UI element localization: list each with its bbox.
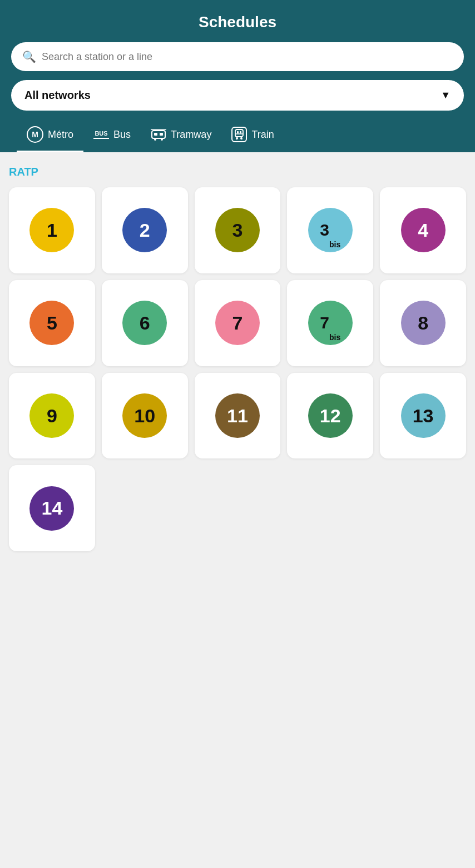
network-label: All networks: [24, 89, 91, 102]
chevron-down-icon: ▼: [441, 89, 451, 101]
line-card-9[interactable]: 9: [9, 373, 95, 459]
search-input[interactable]: [42, 51, 453, 63]
line-card-2[interactable]: 2: [102, 187, 188, 273]
header: Schedules 🔍 All networks ▼ M Métro BUS B…: [0, 0, 475, 152]
line-card-7[interactable]: 7: [195, 280, 281, 366]
line-circle-8: 8: [401, 301, 446, 345]
svg-point-4: [154, 138, 156, 141]
svg-rect-8: [240, 131, 241, 133]
lines-grid: 1233bis45677bis891011121314: [9, 187, 466, 551]
line-circle-9: 9: [29, 393, 74, 438]
line-circle-2: 2: [122, 208, 167, 252]
tab-tramway-label: Tramway: [171, 129, 211, 141]
page-title: Schedules: [11, 13, 464, 31]
line-card-7bis[interactable]: 7bis: [287, 280, 373, 366]
tab-tramway[interactable]: Tramway: [141, 119, 221, 152]
line-card-11[interactable]: 11: [195, 373, 281, 459]
metro-icon: M: [27, 126, 43, 143]
line-circle-4: 4: [401, 208, 446, 252]
transport-tabs: M Métro BUS Bus Tramway: [11, 111, 464, 152]
tab-metro[interactable]: M Métro: [17, 119, 83, 152]
content-area: RATP 1233bis45677bis891011121314: [0, 152, 475, 565]
tab-metro-label: Métro: [48, 129, 73, 141]
line-circle-6: 6: [122, 301, 167, 345]
svg-rect-0: [152, 131, 165, 138]
search-bar[interactable]: 🔍: [11, 42, 464, 71]
line-circle-3: 3: [215, 208, 260, 252]
line-card-10[interactable]: 10: [102, 373, 188, 459]
line-card-14[interactable]: 14: [9, 465, 95, 551]
svg-rect-7: [237, 131, 239, 133]
svg-rect-2: [160, 133, 163, 136]
line-card-1[interactable]: 1: [9, 187, 95, 273]
section-provider: RATP: [9, 166, 466, 178]
line-card-3bis[interactable]: 3bis: [287, 187, 373, 273]
search-icon: 🔍: [22, 50, 36, 63]
train-icon: [231, 127, 247, 142]
line-circle-7: 7: [215, 301, 260, 345]
line-circle-1: 1: [29, 208, 74, 252]
line-card-3[interactable]: 3: [195, 187, 281, 273]
line-circle-10: 10: [122, 393, 167, 438]
bus-icon: BUS: [93, 131, 109, 139]
line-card-12[interactable]: 12: [287, 373, 373, 459]
line-card-4[interactable]: 4: [380, 187, 466, 273]
line-circle-13: 13: [401, 393, 446, 438]
svg-rect-6: [235, 129, 243, 137]
line-circle-3bis: 3bis: [308, 208, 353, 252]
line-card-6[interactable]: 6: [102, 280, 188, 366]
line-circle-7bis: 7bis: [308, 301, 353, 345]
tab-train[interactable]: Train: [221, 119, 284, 152]
line-circle-5: 5: [29, 301, 74, 345]
tab-bus-label: Bus: [113, 129, 131, 141]
line-circle-14: 14: [29, 486, 74, 531]
tramway-icon: [151, 128, 166, 141]
line-circle-11: 11: [215, 393, 260, 438]
network-dropdown[interactable]: All networks ▼: [11, 80, 464, 111]
line-card-5[interactable]: 5: [9, 280, 95, 366]
tab-train-label: Train: [251, 129, 274, 141]
svg-point-5: [161, 138, 163, 141]
tab-bus[interactable]: BUS Bus: [83, 119, 141, 152]
line-card-8[interactable]: 8: [380, 280, 466, 366]
line-card-13[interactable]: 13: [380, 373, 466, 459]
line-circle-12: 12: [308, 393, 353, 438]
svg-rect-1: [154, 133, 157, 136]
